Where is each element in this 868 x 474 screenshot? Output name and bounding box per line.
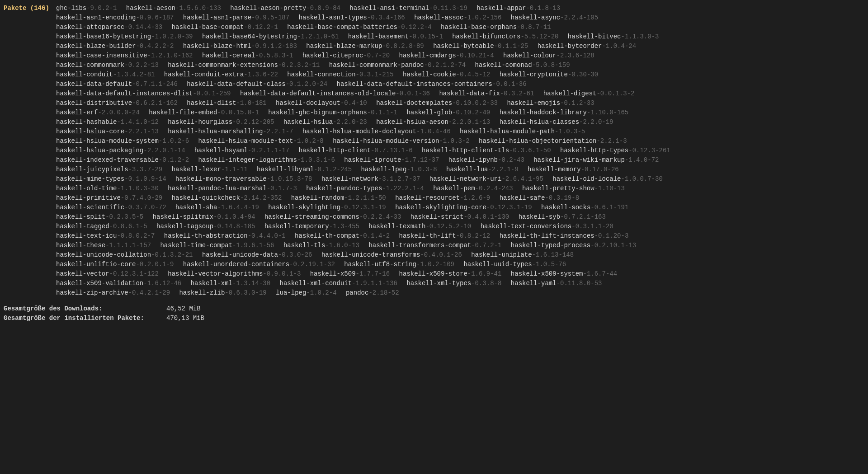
package-name: haskell-typed-process <box>511 242 590 249</box>
package-name: haskell-ghc-bignum-orphans <box>268 109 367 116</box>
package-version: -0.14.4-33 <box>124 23 162 31</box>
package-name: haskell-byteable <box>433 42 494 50</box>
package-version: -1.0.3-8 <box>406 166 437 173</box>
package-name: haskell-conduit <box>56 71 113 78</box>
package-entry: haskell-skylighting-0.12.3.1-19 <box>268 204 386 211</box>
package-version: -1.0.2-109 <box>416 261 454 268</box>
package-name: haskell-dlist <box>187 99 236 107</box>
package-entry: haskell-transformers-compat-0.7.2-1 <box>368 242 501 249</box>
package-version: -1.0.0.7-30 <box>621 175 663 183</box>
package-name: haskell-mono-traversable <box>175 175 267 183</box>
package-version: -1.0.5-76 <box>532 261 566 268</box>
package-version: -1.3.6-22 <box>244 71 278 78</box>
package-entry: haskell-data-default-0.7.1.1-246 <box>56 80 178 88</box>
package-name: haskell-comonad <box>475 61 532 69</box>
package-name: haskell-digest <box>543 90 597 97</box>
package-version: -2.2.0-19 <box>579 118 613 126</box>
package-entry: haskell-network-uri-2.6.4.1-95 <box>429 175 543 183</box>
package-version: -3.1.2.7-37 <box>378 175 420 183</box>
package-version: -2.18-52 <box>368 289 399 296</box>
package-version: -0.9.6-187 <box>136 14 174 21</box>
package-name: haskell-split <box>56 213 105 221</box>
package-entry: haskell-xml-conduit-1.9.1.1-136 <box>280 280 397 287</box>
package-version: -0.4.0.1-26 <box>420 251 462 258</box>
package-name: haskell-commonmark <box>56 61 124 69</box>
package-name: haskell-connection <box>287 71 355 78</box>
package-version: -0.3.7.0-72 <box>124 204 166 211</box>
package-name: haskell-utf8-string <box>344 261 416 268</box>
package-version: -0.12.2-4 <box>397 23 432 31</box>
package-version: -0.3.6.1-50 <box>509 147 551 154</box>
package-version: -1.3-455 <box>329 223 359 230</box>
package-version: -0.4.2.1-29 <box>128 289 170 296</box>
installed-size-label: Gesamtgröße der installierten Pakete: <box>4 314 166 323</box>
package-entry: haskell-glob-0.10.2-49 <box>406 109 490 116</box>
package-version: -0.2.3.2-11 <box>278 61 320 69</box>
package-name: haskell-temporary <box>264 223 329 230</box>
package-name: haskell-integer-logarithms <box>198 156 297 164</box>
package-entry: haskell-scientific-0.3.7.0-72 <box>56 204 166 211</box>
package-name: haskell-hslua-objectorientation <box>479 137 596 145</box>
package-entry: haskell-cereal-0.5.8.3-1 <box>202 52 293 59</box>
package-name: haskell-file-embed <box>149 109 217 116</box>
package-entry: haskell-vector-0.12.3.1-122 <box>56 270 159 277</box>
package-name: haskell-async <box>511 14 560 21</box>
package-name: haskell-uuid-types <box>463 261 532 268</box>
package-version: -2.2.1-13 <box>124 128 159 135</box>
package-entry: haskell-jira-wiki-markup-1.4.0-72 <box>533 156 659 164</box>
package-entry: haskell-base64-bytestring-1.2.1.0-61 <box>202 33 339 40</box>
package-version: -0.4-10 <box>340 99 367 107</box>
package-entry: haskell-memory-0.17.0-26 <box>528 166 619 173</box>
package-entry: ghc-libs-9.0.2-1 <box>56 5 117 12</box>
package-name: haskell-data-default-instances-dlist <box>56 90 193 97</box>
package-entry: haskell-distributive-0.6.2.1-162 <box>56 99 178 107</box>
package-version: -1.1.1.1-157 <box>105 242 151 249</box>
package-entry: haskell-pem-0.2.4-243 <box>433 185 513 192</box>
package-entry: haskell-x509-validation-1.6.12-46 <box>56 280 181 287</box>
package-name: haskell-base64-bytestring <box>202 33 297 40</box>
package-name: haskell-commonmark-extensions <box>168 61 278 69</box>
package-version: -0.6.2.1-162 <box>132 99 178 107</box>
package-version: -0.8.9-84 <box>306 5 340 12</box>
package-version: -1.1-11 <box>221 166 248 173</box>
package-name: haskell-hslua-core <box>56 128 124 135</box>
package-version: -2.2.1-3 <box>596 137 627 145</box>
installed-size-row: Gesamtgröße der installierten Pakete: 47… <box>4 314 677 323</box>
package-name: haskell-texmath <box>368 223 425 230</box>
package-version: -0.11.8.0-53 <box>557 280 602 287</box>
package-version: -1.3.4.2-81 <box>113 71 155 78</box>
package-name: haskell-doctemplates <box>376 99 452 107</box>
package-version: -1.1.3.0-3 <box>621 33 659 40</box>
package-name: haskell-iproute <box>344 156 401 164</box>
package-entry: haskell-zlib-0.6.3.0-19 <box>179 289 266 296</box>
package-entry: haskell-tls-1.6.0-13 <box>283 242 359 249</box>
package-version: -2.0.0.0-24 <box>98 109 139 116</box>
package-name: haskell-indexed-traversable <box>56 156 159 164</box>
package-entry: haskell-iproute-1.7.12-37 <box>344 156 439 164</box>
package-entry: haskell-xml-types-0.3.8-8 <box>406 280 501 287</box>
package-entry: haskell-random-1.2.1.1-50 <box>291 194 386 202</box>
package-version: -1.2.1.0-61 <box>297 33 339 40</box>
package-entry: haskell-bitvec-1.1.3.0-3 <box>568 33 659 40</box>
package-version: -0.2.1.1-17 <box>248 147 289 154</box>
package-name: haskell-colour <box>503 52 557 59</box>
package-name: haskell-th-lift <box>399 232 456 239</box>
package-version: -2.2.0.1-14 <box>143 147 185 154</box>
package-name: haskell-x509-validation <box>56 280 143 287</box>
package-version: -0.2.19.1-32 <box>289 261 335 268</box>
package-version: -0.7-20 <box>363 52 390 59</box>
package-version: -0.1.4-2 <box>359 232 390 239</box>
package-entry: haskell-hslua-packaging-2.2.0.1-14 <box>56 147 185 154</box>
package-version: -0.0.1-36 <box>492 80 527 88</box>
package-version: -1.0.3.1-6 <box>297 156 335 164</box>
package-entry: haskell-attoparsec-0.14.4-33 <box>56 23 162 31</box>
package-entry: haskell-time-compat-1.9.6.1-56 <box>160 242 274 249</box>
package-entry: haskell-bifunctors-5.5.12-20 <box>452 33 558 40</box>
package-name: haskell-cmdargs <box>399 52 456 59</box>
package-version: -0.10.0.2-33 <box>452 99 498 107</box>
package-name: haskell-cereal <box>202 52 255 59</box>
package-name: haskell-unicode-transforms <box>321 251 420 258</box>
package-version: -0.6.1-191 <box>590 204 628 211</box>
package-version: -0.3.0-26 <box>278 251 312 258</box>
package-name: haskell-asn1-parse <box>183 14 251 21</box>
